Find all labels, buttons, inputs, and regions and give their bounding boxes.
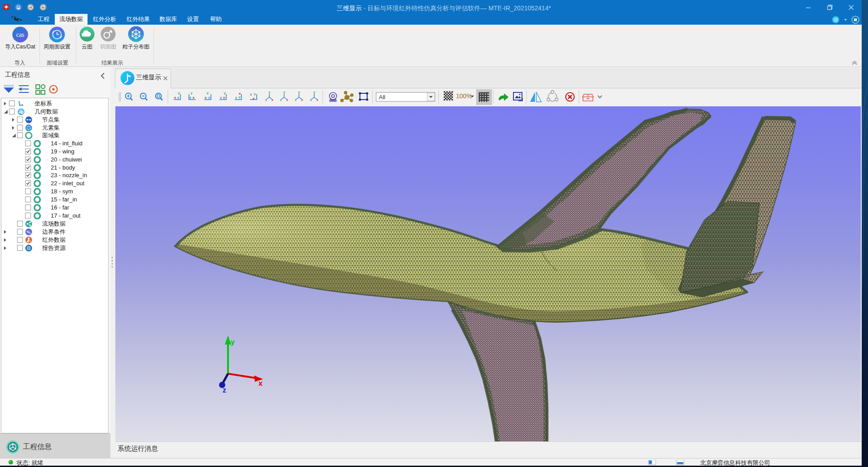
svg-text:x: x xyxy=(205,96,207,100)
svg-text:cas: cas xyxy=(16,31,24,38)
svg-text:x: x xyxy=(253,96,255,100)
svg-text:Y: Y xyxy=(298,91,300,94)
svg-text:x: x xyxy=(316,98,318,101)
svg-text:z: z xyxy=(189,96,191,100)
svg-text:Y: Y xyxy=(238,96,241,100)
svg-text:z: z xyxy=(250,92,252,96)
svg-text:z: z xyxy=(208,96,210,100)
svg-text:x: x xyxy=(301,98,303,101)
svg-text:z: z xyxy=(223,386,226,394)
svg-text:x: x xyxy=(259,380,263,387)
svg-text:Y: Y xyxy=(268,91,271,94)
svg-text:Y: Y xyxy=(206,92,209,96)
svg-text:Y: Y xyxy=(283,91,285,94)
svg-text:Y: Y xyxy=(178,92,180,96)
svg-text:x: x xyxy=(223,96,225,100)
svg-text:100%: 100% xyxy=(456,92,472,100)
svg-text:z: z xyxy=(265,98,267,101)
svg-text:z: z xyxy=(177,96,179,100)
svg-text:x: x xyxy=(193,96,195,100)
svg-text:x: x xyxy=(286,98,288,101)
svg-text:z: z xyxy=(295,98,297,101)
svg-text:z: z xyxy=(310,98,312,101)
svg-text:Y: Y xyxy=(254,92,256,96)
svg-text:x: x xyxy=(272,98,273,101)
svg-text:z: z xyxy=(220,96,222,100)
svg-text:y: y xyxy=(231,338,235,346)
svg-text:Y: Y xyxy=(190,92,193,96)
svg-text:z: z xyxy=(235,96,237,100)
svg-text:All: All xyxy=(379,94,386,100)
svg-text:x: x xyxy=(239,92,241,96)
svg-text:Y: Y xyxy=(224,92,226,96)
svg-text:z: z xyxy=(20,103,21,105)
svg-text:x: x xyxy=(174,96,176,100)
svg-text:Y: Y xyxy=(313,91,316,94)
svg-text:z: z xyxy=(280,98,282,101)
